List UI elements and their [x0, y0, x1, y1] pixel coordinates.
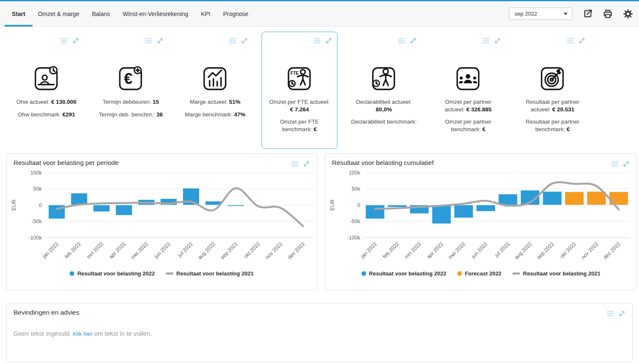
print-icon[interactable] — [603, 9, 613, 19]
expand-icon[interactable] — [623, 160, 630, 169]
menu-icon[interactable] — [398, 38, 406, 46]
tab-prognose[interactable]: Prognose — [223, 1, 248, 26]
bar — [366, 205, 384, 219]
tab-start[interactable]: Start — [12, 1, 25, 26]
bar — [388, 205, 407, 207]
legend-item[interactable]: Resultaat voor belasting 2021 — [166, 270, 254, 277]
nav-toolbar: sep 2022 — [509, 1, 633, 26]
bar — [205, 202, 221, 205]
partners-icon — [426, 65, 510, 92]
chart-per-periode: 100k50k0-50k-100kEURjan 2022feb 2022mrt … — [7, 169, 317, 269]
chart-legend: Resultaat voor belasting 2022Resultaat v… — [7, 270, 317, 277]
legend-label: Resultaat voor belasting 2021 — [176, 270, 254, 277]
klik-hier-link[interactable]: Klik hier — [73, 331, 92, 337]
x-axis-label: jan 2022 — [359, 241, 378, 260]
legend-item[interactable]: Resultaat voor belasting 2022 — [70, 270, 155, 277]
menu-icon[interactable] — [566, 38, 574, 46]
menu-icon[interactable] — [611, 161, 619, 169]
kpi-stat: Declarabiliteit benchmark: — [351, 118, 417, 126]
expand-icon[interactable] — [303, 160, 310, 169]
kpi-card-omzet-per-partner[interactable]: Omzet per partner actueel: € 326.885Omze… — [426, 32, 510, 149]
x-axis-label: jun 2022 — [153, 241, 172, 260]
legend-line-marker — [166, 272, 173, 275]
x-axis-label: okt 2022 — [243, 241, 262, 259]
bar — [71, 193, 87, 205]
kpi-stat: Ohw actueel: € 130.000 — [8, 98, 85, 106]
bar — [94, 205, 110, 212]
kpi-card-marge[interactable]: Marge actueel: 51%Marge benchmark: 47% — [173, 32, 257, 149]
kpi-card-ohw[interactable]: Ohw actueel: € 130.000Ohw benchmark: €29… — [4, 32, 89, 149]
bar — [587, 191, 606, 205]
declarability-icon — [342, 65, 426, 92]
period-dropdown[interactable]: sep 2022 — [509, 8, 572, 20]
legend-item[interactable]: Resultaat voor belasting 2022 — [361, 270, 447, 277]
kpi-card-declarabiliteit[interactable]: Declarabiliteit actueel: 80,0%Declarabil… — [342, 32, 426, 149]
legend-label: Resultaat voor belasting 2022 — [77, 270, 155, 277]
svg-text:-100k: -100k — [29, 235, 42, 241]
expand-icon[interactable] — [156, 37, 164, 46]
legend-item[interactable]: Forecast 2022 — [457, 270, 501, 277]
menu-icon[interactable] — [229, 38, 237, 46]
bar — [454, 205, 473, 218]
x-axis-label: mrt 2022 — [86, 241, 105, 260]
svg-text:EUR: EUR — [11, 200, 17, 210]
kpi-stat: Resultaat per partner actueel: € 20.531 — [519, 98, 586, 113]
svg-text:100k: 100k — [30, 170, 42, 176]
legend-label: Forecast 2022 — [465, 270, 501, 277]
x-axis-label: sep 2022 — [536, 241, 555, 260]
x-axis-label: feb 2022 — [63, 241, 82, 259]
export-icon[interactable] — [582, 9, 593, 19]
svg-text:-100k: -100k — [347, 235, 361, 241]
chart-panel-cumulatief: Resultaat voor belasting cumulatief 100k… — [325, 153, 637, 290]
tab-kpi[interactable]: KPI — [201, 1, 210, 26]
chart-bars-icon — [173, 65, 257, 92]
expand-icon[interactable] — [578, 37, 585, 46]
kpi-stat: Ohw benchmark: €291 — [8, 111, 85, 119]
x-axis-label: feb 2022 — [382, 241, 400, 259]
menu-icon[interactable] — [145, 38, 153, 46]
menu-icon[interactable] — [607, 310, 615, 318]
kpi-card-omzet-per-fte[interactable]: FTE Omzet per FTE actueel: € 7.264Omzet … — [257, 32, 342, 149]
kpi-stat: Declarabiliteit actueel: 80,0% — [351, 98, 417, 113]
bar — [228, 205, 244, 206]
legend-item[interactable]: Resultaat voor belasting 2021 — [512, 270, 601, 277]
kpi-card-resultaat-per-partner[interactable]: Resultaat per partner actueel: € 20.531R… — [510, 32, 595, 149]
expand-icon[interactable] — [494, 37, 501, 46]
svg-text:€: € — [124, 70, 132, 87]
menu-icon[interactable] — [291, 161, 299, 169]
expand-icon[interactable] — [241, 37, 248, 46]
tab-omzet-marge[interactable]: Omzet & marge — [38, 1, 79, 26]
tab-balans[interactable]: Balans — [92, 1, 110, 26]
fte-icon: FTE — [257, 65, 342, 92]
chart-panel-per-periode: Resultaat voor belasting per periode 100… — [6, 153, 317, 290]
menu-icon[interactable] — [60, 38, 68, 46]
kpi-card-stats: Termijn debiteuren: 15Termijn deb. bench… — [92, 98, 169, 118]
kpi-stat: Omzet per partner benchmark: € — [435, 118, 501, 133]
x-axis-label: jun 2022 — [470, 241, 489, 260]
tab-winst-en-verliesrekening[interactable]: Winst-en-Verliesrekening — [123, 1, 189, 26]
chart-canvas: 100k50k0-50k-100kEURjan 2022feb 2022mrt … — [329, 169, 634, 267]
nav-tabs: StartOmzet & margeBalansWinst-en-Verlies… — [0, 1, 248, 26]
svg-text:50k: 50k — [352, 186, 361, 192]
svg-text:-50k: -50k — [32, 218, 42, 224]
expand-icon[interactable] — [410, 37, 417, 46]
expand-icon[interactable] — [72, 37, 79, 46]
expand-icon[interactable] — [325, 37, 332, 46]
kpi-card-termijn-debiteuren[interactable]: € Termijn debiteuren: 15Termijn deb. ben… — [89, 32, 173, 149]
menu-icon[interactable] — [482, 38, 490, 46]
svg-text:0: 0 — [357, 202, 360, 208]
menu-icon[interactable] — [313, 38, 321, 46]
x-axis-label: jul 2022 — [177, 241, 194, 259]
x-axis-label: dec 2022 — [286, 241, 306, 260]
x-axis-label: jul 2022 — [493, 241, 511, 259]
ohw-icon — [4, 65, 89, 92]
bar — [543, 191, 561, 205]
legend-dot-marker — [361, 271, 366, 276]
settings-icon[interactable] — [623, 9, 633, 19]
x-axis-label: jan 2022 — [41, 241, 60, 260]
kpi-card-stats: Omzet per FTE actueel: € 7.264Omzet per … — [266, 98, 333, 133]
x-axis-label: nov 2022 — [264, 241, 283, 260]
bar — [116, 205, 132, 215]
expand-icon[interactable] — [618, 310, 626, 319]
kpi-card-stats: Omzet per partner actueel: € 326.885Omze… — [435, 98, 501, 133]
